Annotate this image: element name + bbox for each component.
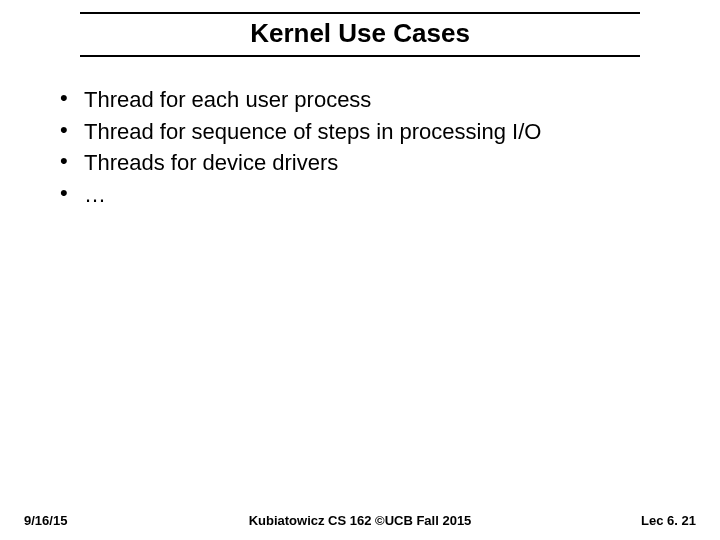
slide-body: • Thread for each user process • Thread … — [0, 85, 720, 210]
bullet-text: Threads for device drivers — [84, 148, 338, 178]
bullet-text: … — [84, 180, 106, 210]
bullet-text: Thread for each user process — [84, 85, 371, 115]
footer-date: 9/16/15 — [24, 513, 67, 528]
bullet-icon: • — [60, 148, 74, 174]
slide: Kernel Use Cases • Thread for each user … — [0, 0, 720, 540]
list-item: • Threads for device drivers — [60, 148, 690, 178]
list-item: • … — [60, 180, 690, 210]
slide-title: Kernel Use Cases — [80, 12, 640, 57]
bullet-icon: • — [60, 85, 74, 111]
list-item: • Thread for each user process — [60, 85, 690, 115]
slide-footer: 9/16/15 Kubiatowicz CS 162 ©UCB Fall 201… — [0, 513, 720, 528]
list-item: • Thread for sequence of steps in proces… — [60, 117, 690, 147]
bullet-text: Thread for sequence of steps in processi… — [84, 117, 541, 147]
title-wrap: Kernel Use Cases — [0, 12, 720, 57]
footer-lecture: Lec 6. 21 — [641, 513, 696, 528]
footer-course: Kubiatowicz CS 162 ©UCB Fall 2015 — [249, 513, 472, 528]
bullet-icon: • — [60, 117, 74, 143]
bullet-icon: • — [60, 180, 74, 206]
